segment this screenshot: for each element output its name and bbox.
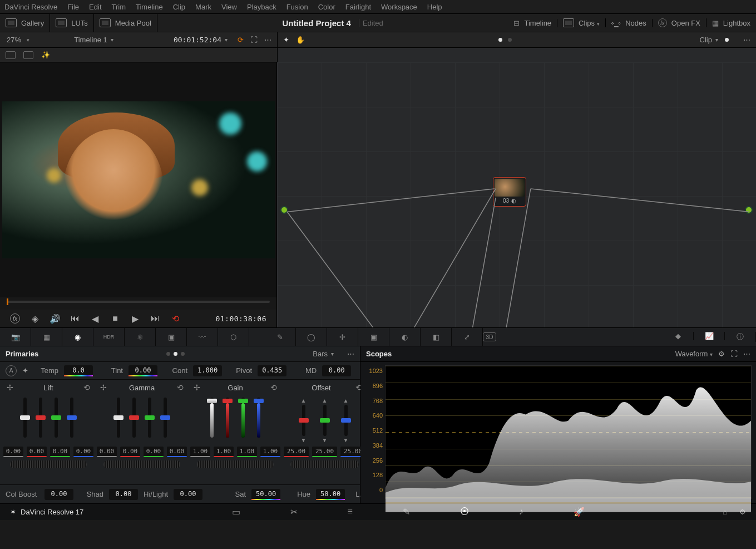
node-output[interactable] [745, 206, 753, 214]
node-card[interactable]: 03◐ [493, 177, 526, 207]
palette-3d-icon[interactable]: 3D [483, 332, 496, 341]
page-edit[interactable]: ≡ [348, 507, 353, 517]
gamma-blue-field[interactable]: 0.00 [167, 447, 187, 457]
palette-tracker-icon[interactable]: ✢ [327, 328, 358, 346]
offset-green-field[interactable]: 25.00 [312, 447, 337, 457]
menu-help[interactable]: Help [427, 3, 442, 11]
play-icon[interactable]: ▶ [130, 315, 140, 322]
lift-red-slider[interactable] [39, 398, 42, 438]
gamma-lum-field[interactable]: 0.00 [97, 447, 117, 457]
gamma-expand-icon[interactable]: ✢ [100, 383, 107, 392]
offset-jog[interactable] [290, 460, 359, 468]
palette-qualifier-icon[interactable]: ✎ [265, 328, 296, 346]
clips-button[interactable]: Clips [557, 18, 606, 27]
palette-window-icon[interactable]: ◯ [296, 328, 327, 346]
gamma-lum-slider[interactable] [117, 398, 120, 438]
menu-mark[interactable]: Mark [195, 3, 211, 11]
stills-icon[interactable] [6, 51, 16, 59]
gamma-blue-slider[interactable] [164, 398, 167, 438]
stop-icon[interactable]: ■ [110, 315, 120, 322]
menu-clip[interactable]: Clip [173, 3, 185, 11]
gallery-button[interactable]: Gallery [0, 14, 50, 32]
gamma-green-slider[interactable] [148, 398, 151, 438]
menu-fairlight[interactable]: Fairlight [345, 3, 371, 11]
gain-blue-field[interactable]: 1.00 [260, 447, 280, 457]
palette-motion-icon[interactable]: ▣ [156, 328, 187, 346]
gain-lum-field[interactable]: 1.00 [190, 447, 210, 457]
contrast-field[interactable]: 1.000 [193, 365, 222, 376]
timeline-name-dropdown[interactable]: Timeline 1▾ [39, 36, 149, 44]
lift-blue-field[interactable]: 0.00 [73, 447, 93, 457]
col-boost-field[interactable]: 0.00 [45, 489, 73, 500]
palette-color-match-icon[interactable]: ▦ [31, 328, 62, 346]
menu-trim[interactable]: Trim [112, 3, 126, 11]
gain-jog[interactable] [197, 460, 274, 468]
zoom-dropdown[interactable]: 27% [0, 36, 39, 44]
palette-primaries-icon[interactable]: ◉ [62, 328, 93, 346]
gain-lum-slider[interactable] [210, 398, 214, 438]
menu-edit[interactable]: Edit [89, 3, 101, 11]
offset-blue-slider[interactable] [344, 405, 348, 436]
prim-page-1[interactable] [166, 352, 170, 356]
palette-warper-icon[interactable]: ⬡ [218, 328, 249, 346]
splitscreen-icon[interactable] [23, 51, 33, 59]
palette-camera-raw-icon[interactable]: 📷 [0, 328, 31, 346]
clip-dropdown[interactable]: Clip▾ [700, 36, 738, 44]
gain-reset-icon[interactable]: ⟲ [270, 383, 277, 392]
node-page-1[interactable] [498, 38, 502, 42]
gamma-green-field[interactable]: 0.00 [144, 447, 164, 457]
scopes-more-icon[interactable]: ⋯ [743, 350, 750, 358]
shadows-field[interactable]: 0.00 [109, 489, 138, 500]
node-graph-more-icon[interactable]: ⋯ [743, 36, 750, 44]
menu-file[interactable]: File [67, 3, 79, 11]
auto-balance-button[interactable]: A [6, 365, 17, 376]
palette-hdr-icon[interactable]: HDR [93, 328, 125, 346]
lift-lum-field[interactable]: 0.00 [3, 447, 23, 457]
gamma-red-slider[interactable] [132, 398, 136, 438]
luts-button[interactable]: LUTs [50, 14, 94, 32]
lift-red-field[interactable]: 0.00 [27, 447, 47, 457]
highlights-field[interactable]: 0.00 [174, 489, 202, 500]
timeline-button[interactable]: ⊟Timeline [508, 19, 557, 27]
node-source[interactable] [280, 206, 288, 214]
lift-reset-icon[interactable]: ⟲ [83, 383, 90, 392]
primaries-more-icon[interactable]: ⋯ [347, 350, 354, 358]
page-media[interactable]: ▭ [232, 507, 240, 517]
menu-playback[interactable]: Playback [247, 3, 276, 11]
palette-curves-icon[interactable]: 〰 [187, 328, 218, 346]
render-cache-icon[interactable]: ⟳ [238, 36, 244, 44]
offset-red-slider[interactable] [302, 405, 305, 436]
lift-blue-slider[interactable] [70, 398, 73, 438]
menu-workspace[interactable]: Workspace [381, 3, 417, 11]
primaries-mode-dropdown[interactable]: Bars▾ [313, 350, 334, 358]
scopes-expand-icon[interactable]: ⛶ [730, 350, 738, 358]
next-clip-icon[interactable]: ⏭ [150, 315, 160, 322]
palette-sizing-icon[interactable]: ⤢ [452, 328, 483, 346]
loop-icon[interactable]: ⟲ [170, 315, 180, 322]
pivot-field[interactable]: 0.435 [258, 365, 286, 376]
palette-rgb-mixer-icon[interactable]: ⚛ [125, 328, 156, 346]
node-page-2[interactable] [508, 38, 512, 42]
menu-color[interactable]: Color [318, 3, 335, 11]
hand-icon[interactable]: ✋ [296, 36, 305, 44]
temp-field[interactable]: 0.0 [64, 365, 93, 376]
prev-clip-icon[interactable]: ⏮ [70, 315, 80, 322]
page-cut[interactable]: ✂ [290, 507, 298, 517]
waveform-scope[interactable] [385, 365, 752, 499]
palette-magic-mask-icon[interactable]: ▣ [358, 328, 389, 346]
layers-icon[interactable]: ◈ [30, 315, 40, 322]
prim-page-3[interactable] [181, 352, 185, 356]
expand-icon[interactable]: ⛶ [250, 36, 258, 44]
menu-app[interactable]: DaVinci Resolve [4, 3, 57, 11]
hue-field[interactable]: 50.00 [316, 489, 345, 500]
offset-green-slider[interactable] [323, 405, 327, 436]
gain-red-slider[interactable] [226, 398, 229, 438]
pick-wb-icon[interactable]: ✦ [22, 366, 28, 375]
audio-icon[interactable]: 🔊 [50, 315, 60, 322]
palette-scopes-icon[interactable]: 📈 [694, 332, 725, 340]
lift-jog[interactable] [10, 460, 87, 468]
tint-field[interactable]: 0.00 [129, 365, 157, 376]
node-graph[interactable]: 03◐ [277, 62, 756, 327]
more-icon[interactable]: ⋯ [264, 36, 271, 44]
bypass-fx-icon[interactable]: fx [10, 313, 20, 323]
